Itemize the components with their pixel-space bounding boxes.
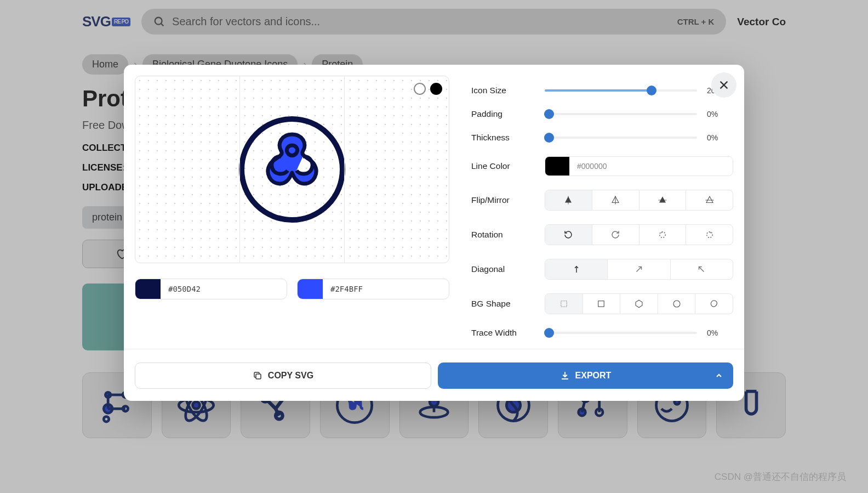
icon-preview (135, 76, 449, 263)
copy-icon (253, 371, 262, 381)
svg-rect-38 (568, 196, 569, 205)
close-button[interactable] (711, 72, 736, 98)
bg-white-button[interactable] (414, 83, 426, 95)
rotate-ccw45-button[interactable] (639, 225, 686, 245)
bg-circle-button[interactable] (658, 294, 695, 314)
color-hex-1[interactable]: #050D42 (161, 279, 287, 299)
rotate-ccw-button[interactable] (545, 225, 592, 245)
export-button[interactable]: EXPORT (438, 362, 733, 389)
flip-v2-button[interactable] (686, 190, 733, 210)
diag-nw-button[interactable] (670, 259, 733, 279)
flip-h2-button[interactable] (592, 190, 639, 210)
protein-icon (237, 115, 347, 224)
svg-rect-40 (658, 200, 666, 201)
chevron-up-icon[interactable] (715, 371, 723, 380)
diag-up-button[interactable] (545, 259, 607, 279)
flip-v-button[interactable] (639, 190, 686, 210)
bg-toggle (414, 83, 442, 95)
thickness-slider[interactable] (545, 137, 697, 139)
rotate-cw45-button[interactable] (686, 225, 733, 245)
svg-line-46 (699, 267, 704, 272)
svg-marker-49 (636, 300, 642, 308)
svg-rect-48 (598, 301, 604, 307)
modal-footer: COPY SVG EXPORT (124, 349, 744, 401)
control-diagonal: Diagonal (471, 259, 733, 280)
svg-line-45 (636, 267, 641, 272)
control-flip: Flip/Mirror (471, 190, 733, 211)
bg-blob-button[interactable] (695, 294, 733, 314)
svg-rect-51 (256, 374, 261, 379)
color-swatch-2[interactable] (298, 279, 323, 299)
controls-column: Icon Size 200px Padding 0% Thickness 0% … (471, 76, 733, 338)
preview-column: #050D42 #2F4BFF (135, 76, 449, 338)
bg-black-button[interactable] (430, 83, 442, 95)
control-icon-size: Icon Size 200px (471, 86, 733, 95)
svg-point-50 (673, 301, 680, 307)
icon-size-slider[interactable] (545, 89, 697, 92)
control-trace-width: Trace Width 0% (471, 328, 733, 338)
svg-point-42 (660, 232, 666, 238)
copy-svg-button[interactable]: COPY SVG (135, 362, 431, 389)
color-hex-2[interactable]: #2F4BFF (323, 279, 449, 299)
svg-rect-47 (561, 301, 567, 307)
svg-point-43 (706, 232, 712, 238)
color-swatch-1[interactable] (135, 279, 161, 299)
color-input-2[interactable]: #2F4BFF (297, 279, 449, 299)
diag-ne-button[interactable] (607, 259, 670, 279)
download-icon (560, 371, 570, 381)
bg-hexagon-button[interactable] (620, 294, 658, 314)
modal-overlay[interactable]: #050D42 #2F4BFF Icon Size 200px Padding (0, 0, 868, 493)
bg-none-button[interactable] (545, 294, 583, 314)
close-icon (718, 79, 730, 91)
control-rotation: Rotation (471, 224, 733, 245)
control-bg-shape: BG Shape (471, 293, 733, 314)
color-inputs: #050D42 #2F4BFF (135, 279, 449, 299)
watermark: CSDN @普通还不自信的程序员 (715, 471, 846, 483)
control-line-color: Line Color (471, 156, 733, 176)
line-color-field[interactable] (569, 157, 733, 175)
bg-square-button[interactable] (583, 294, 620, 314)
color-input-1[interactable]: #050D42 (135, 279, 287, 299)
padding-slider[interactable] (545, 113, 697, 115)
line-color-swatch[interactable] (545, 157, 569, 175)
flip-h-button[interactable] (545, 190, 592, 210)
editor-modal: #050D42 #2F4BFF Icon Size 200px Padding (124, 65, 744, 401)
control-padding: Padding 0% (471, 109, 733, 119)
trace-width-slider[interactable] (545, 332, 697, 334)
control-thickness: Thickness 0% (471, 133, 733, 143)
line-color-input[interactable] (545, 156, 733, 176)
rotate-cw-button[interactable] (592, 225, 639, 245)
